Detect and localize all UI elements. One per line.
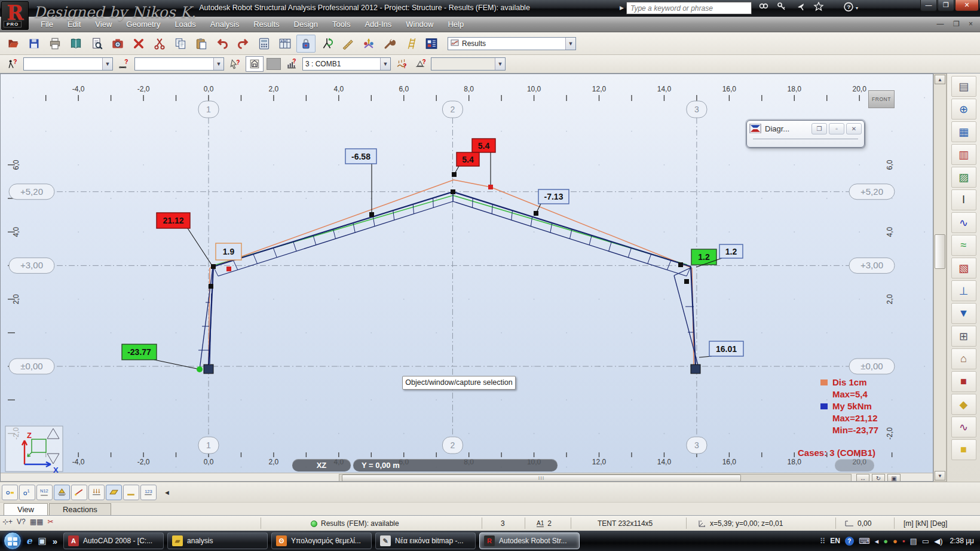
plane-toggle-button[interactable]: ↔ <box>856 474 869 482</box>
releases-button[interactable] <box>71 485 87 500</box>
combo-dropdown-icon[interactable]: ▼ <box>495 58 505 70</box>
drawing-viewport[interactable]: -4,0-4,0-2,0-2,00,00,02,02,04,04,06,06,0… <box>0 74 933 482</box>
combo-dropdown-icon[interactable]: ▼ <box>102 58 112 70</box>
start-button[interactable] <box>4 532 22 550</box>
menu-addins[interactable]: Add-Ins <box>357 17 399 31</box>
loads-button[interactable] <box>88 485 105 500</box>
menu-view[interactable]: View <box>88 17 119 31</box>
print-button[interactable] <box>45 35 65 53</box>
panel-minimize-button[interactable]: ▫ <box>829 123 844 134</box>
horizontal-scroll-thumb[interactable]: III <box>342 475 741 482</box>
vertical-scrollbar[interactable]: ▲ ▼ <box>933 74 947 482</box>
pointer-help-icon[interactable]: ? <box>227 57 243 71</box>
node-marker[interactable] <box>452 172 457 177</box>
view-3d-button[interactable] <box>359 35 378 53</box>
menu-loads[interactable]: Loads <box>167 17 203 31</box>
search-expand-icon[interactable]: ▶ <box>620 5 624 11</box>
paste-button[interactable] <box>192 35 211 53</box>
taskbar-autocad-button[interactable]: AAutoCAD 2008 - [C:... <box>63 532 164 549</box>
tab-view[interactable]: View <box>4 503 48 515</box>
mdi-window-controls[interactable]: — ❐ × <box>937 20 976 28</box>
plane-indicator-pill[interactable]: XZ <box>292 459 351 472</box>
combo-dropdown-icon[interactable]: ▼ <box>565 38 575 50</box>
taskbar-paint-button[interactable]: ✎Νέα εικόνα bitmap -... <box>375 532 476 549</box>
delete-button[interactable] <box>129 35 148 53</box>
mode-combo[interactable]: ▼ <box>431 57 506 71</box>
gold-section-button[interactable]: ◆ <box>951 394 976 415</box>
minimize-button[interactable]: — <box>920 0 937 11</box>
view-display-button[interactable]: ▤ <box>951 76 976 97</box>
print-preview-button[interactable] <box>66 35 85 53</box>
node-marker-red[interactable] <box>488 185 493 189</box>
communication-center-icon[interactable] <box>792 2 809 15</box>
taskbar-robot-button[interactable]: RAutodesk Robot Str... <box>479 532 580 549</box>
language-indicator[interactable]: EN <box>830 537 840 545</box>
key-icon[interactable] <box>773 2 790 15</box>
menu-design[interactable]: Design <box>287 17 325 31</box>
supports-button[interactable] <box>54 485 70 500</box>
diagrams-floating-panel[interactable]: Diagr... ❐ ▫ ✕ <box>746 120 865 148</box>
network-icon[interactable]: ● <box>883 537 888 546</box>
frame-generator-button[interactable] <box>401 35 420 53</box>
node-marks-button[interactable] <box>2 485 18 500</box>
stress-map-button[interactable]: ▧ <box>951 258 976 278</box>
sections-display-button[interactable]: I <box>951 189 976 210</box>
chevron-icon[interactable]: ◂ <box>875 537 879 546</box>
menu-tools[interactable]: Tools <box>325 17 357 31</box>
cut-plane-icon[interactable]: ✂ <box>47 518 53 526</box>
input-icon[interactable]: ⌨ <box>859 537 870 546</box>
moment-diagram-button[interactable]: ∿ <box>951 212 976 233</box>
cut-button[interactable] <box>150 35 169 53</box>
redo-button[interactable] <box>234 35 253 53</box>
result-grid-button[interactable]: ⊞ <box>951 326 976 347</box>
color-swatch[interactable] <box>267 58 281 70</box>
node-marker[interactable] <box>678 262 683 267</box>
menu-results[interactable]: Results <box>246 17 286 31</box>
node-selection-combo[interactable]: ▼ <box>23 57 113 71</box>
layout-combo[interactable]: Results▼ <box>448 37 576 50</box>
viewcube-front[interactable]: FRONT <box>868 90 895 108</box>
node-marker[interactable] <box>209 284 213 289</box>
zoom-window-button[interactable]: ⊕ <box>951 99 976 120</box>
bar-selection-combo[interactable]: ▼ <box>134 57 224 71</box>
screen-view-button[interactable]: ▣ <box>887 474 901 482</box>
bar-selection-icon[interactable]: ? <box>116 57 131 71</box>
window-view-button[interactable] <box>246 56 264 72</box>
close-button[interactable]: ✕ <box>955 0 979 11</box>
position-indicator-pill[interactable]: Y = 0,00 m <box>353 459 558 472</box>
case-combo[interactable]: 3 : COMB1▼ <box>302 57 391 71</box>
taskbar-firefox-button[interactable]: ʘΥπολογισμός θεμελί... <box>271 532 372 549</box>
tab-reactions[interactable]: Reactions <box>49 503 111 515</box>
save-button[interactable] <box>24 35 44 53</box>
analysis-refresh-button[interactable] <box>317 35 336 53</box>
panel-restore-button[interactable]: ❐ <box>811 123 827 134</box>
measure-button[interactable] <box>338 35 357 53</box>
screen-capture-button[interactable] <box>108 35 127 53</box>
grip-icon[interactable]: ⠿ <box>820 537 826 546</box>
menu-edit[interactable]: Edit <box>60 17 88 31</box>
clipboard-icon[interactable]: ▤ <box>910 537 917 546</box>
case-selection-icon[interactable]: ? <box>284 57 299 71</box>
tools-button[interactable] <box>380 35 399 53</box>
graph-button[interactable]: ∿ <box>951 417 976 437</box>
orbit-button[interactable]: ↻ <box>872 474 885 482</box>
display-icon[interactable]: ▭ <box>922 537 929 546</box>
calculation-messages-button[interactable] <box>275 35 295 53</box>
scroll-up-button[interactable]: ▲ <box>935 75 945 84</box>
node-marker[interactable] <box>534 211 538 216</box>
axes-button[interactable] <box>123 485 139 500</box>
node-marker[interactable] <box>451 189 455 194</box>
scroll-down-button[interactable]: ▼ <box>951 303 976 324</box>
numbering-button[interactable]: 123 <box>140 485 157 500</box>
help-icon[interactable]: ? <box>845 537 854 546</box>
browser-icon[interactable]: ● <box>893 537 898 546</box>
open-button[interactable] <box>4 35 23 53</box>
menu-help[interactable]: Help <box>440 17 471 31</box>
node-marker-red[interactable] <box>226 267 231 271</box>
panels-button[interactable]: ▨ <box>951 167 976 188</box>
grid-status-icon[interactable]: ▦▦ <box>30 518 44 526</box>
combo-dropdown-icon[interactable]: ▼ <box>213 58 223 70</box>
menu-analysis[interactable]: Analysis <box>203 17 246 31</box>
tables-button[interactable]: ▦ <box>951 121 976 142</box>
quicklaunch-overflow[interactable]: » <box>53 536 57 546</box>
